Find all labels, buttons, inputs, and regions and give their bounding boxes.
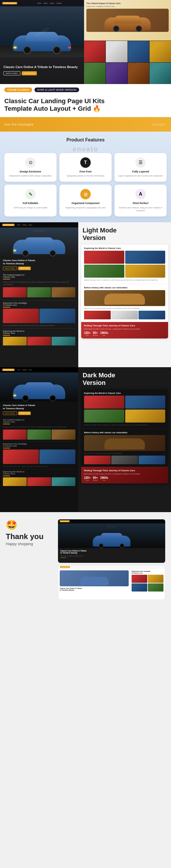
thumb-6 (106, 63, 127, 84)
feature-card-organized-component: ⊞ Organized Component Organizing compone… (59, 185, 112, 216)
organized-component-desc: Organizing component, typography and col… (62, 206, 109, 209)
hero-right-desc: Explore the nostalgia of Classic Cars (86, 5, 169, 7)
dark-mode-label: Dark ModeVersion (83, 372, 167, 387)
hero-right-title: The Cultural Impact of Classic Cars (86, 2, 169, 4)
strip-watermark: envato (152, 122, 165, 127)
thankyou-emoji: 🤩 (6, 519, 52, 530)
thankyou-preview-light: Coche Clasico Classic Cars Online A Trib… (58, 565, 165, 600)
light-mode-left-panel: Coche Clasico Home Gallery About envato … (0, 222, 78, 367)
dark-mode-right-panel: Dark ModeVersion Exploring the World in … (78, 367, 171, 512)
thankyou-title: Thank you (6, 532, 52, 541)
thankyou-subtitle: Happy shopping (6, 542, 52, 546)
nav-link-gallery[interactable]: Gallery (50, 2, 54, 4)
badge-dark-light: DARK & LIGHT MODE VERSION (34, 88, 79, 92)
nav-link-home[interactable]: Home (37, 2, 41, 4)
page-title: Classic Car Landing Page UI Kits Templat… (4, 97, 167, 113)
thumb-4 (149, 41, 171, 62)
light-mode-right-panel: Light ModeVersion Exploring the World in… (78, 222, 171, 367)
hero-left-panel: Coche Clasico Home About Gallery Contact (0, 0, 84, 84)
full-editable-name: Full Editable (7, 202, 54, 205)
features-watermark: envato (4, 146, 167, 153)
dm-right-section1: Exploring the World in Classic Cars (84, 392, 165, 395)
full-editable-desc: 100% easy to change & customizable (7, 206, 54, 209)
pixel-perfect-icon: A (135, 189, 146, 199)
lm-right-section3: Rolling Through Time Journey of Classic … (84, 324, 165, 327)
organized-component-icon: ⊞ (80, 189, 91, 199)
thumb-3 (128, 41, 149, 62)
lm-right-section1: Exploring the World in Classic Cars (84, 247, 165, 250)
thankyou-section: 🤩 Thank you Happy shopping Coche Clasico… (0, 512, 171, 606)
order-now-button[interactable]: ORDER NOW (22, 71, 37, 75)
dark-mode-section: Coche Clasico Home Gallery About Classic… (0, 367, 171, 512)
feature-card-design-exclusive: ⊙ Design Exclusive Independent crafted m… (4, 153, 57, 182)
badge-coche-clasico: COCHE CLASICO (4, 88, 32, 92)
hero-right-thumbs (84, 41, 171, 84)
fire-icon: 🔥 (93, 105, 101, 112)
badge-row: COCHE CLASICO DARK & LIGHT MODE VERSION (0, 84, 171, 94)
hero-section: Coche Clasico Home About Gallery Contact (0, 0, 171, 84)
features-title: Product Features (4, 137, 167, 143)
thankyou-preview-dark: Coche Clasico envato Classic Cars Online… (58, 519, 165, 563)
nav-logo: Coche Clasico (2, 2, 17, 4)
main-title-block: Classic Car Landing Page UI Kits Templat… (0, 94, 171, 117)
design-exclusive-icon: ⊙ (25, 157, 36, 168)
hero-car-visual: envato (0, 6, 84, 57)
feature-card-free-font: T Free Font Typography based on the free… (59, 153, 112, 182)
features-section: Product Features envato ⊙ Design Exclusi… (0, 131, 171, 222)
dm-right-section3: Rolling Through Time Journey of Classic … (84, 469, 165, 472)
watch-video-button[interactable]: WATCH VIDEO (3, 71, 20, 75)
pixel-perfect-desc: Distance and measure using an even multi… (117, 206, 164, 212)
preview-strip: nce the nostalgia envato (0, 117, 171, 131)
lm-hero-title: Classic Cars Online A Tributeto Timeless… (3, 259, 75, 265)
feature-card-full-editable: ✎ Full Editable 100% easy to change & cu… (4, 185, 57, 216)
hero-right-top: The Cultural Impact of Classic Cars Expl… (84, 0, 171, 40)
nav-link-contact[interactable]: Contact (57, 2, 61, 4)
thumb-2 (106, 41, 127, 62)
fully-layered-desc: Layers organized for each screen and com… (117, 175, 164, 177)
thumb-5 (84, 63, 106, 84)
lm-left-hero-car: envato (0, 227, 78, 256)
light-mode-section: Coche Clasico Home Gallery About envato … (0, 222, 171, 367)
dm-right-section2: Before history with classic car restorat… (84, 431, 165, 434)
features-grid: ⊙ Design Exclusive Independent crafted m… (4, 153, 167, 216)
fully-layered-name: Fully Layered (117, 170, 164, 174)
organized-component-name: Organized Component (62, 202, 109, 205)
thumb-7 (128, 63, 149, 84)
pixel-perfect-name: Pixel Perfect (117, 202, 164, 205)
feature-card-pixel-perfect: A Pixel Perfect Distance and measure usi… (114, 185, 167, 216)
dark-mode-left-panel: Coche Clasico Home Gallery About Classic… (0, 367, 78, 512)
design-exclusive-desc: Independent crafted mobile design compos… (7, 175, 54, 177)
thumb-8 (149, 63, 171, 84)
free-font-icon: T (80, 157, 91, 168)
design-exclusive-name: Design Exclusive (7, 170, 54, 174)
light-mode-label: Light ModeVersion (83, 227, 167, 242)
feature-card-fully-layered: ☰ Fully Layered Layers organized for eac… (114, 153, 167, 182)
full-editable-icon: ✎ (25, 189, 36, 199)
hero-nav: Coche Clasico Home About Gallery Contact (0, 0, 84, 6)
thumb-1 (84, 41, 106, 62)
free-font-desc: Typography based on the free fonts famil… (62, 175, 109, 177)
nav-link-about[interactable]: About (44, 2, 47, 4)
free-font-name: Free Font (62, 170, 109, 174)
lm-right-section2: Before history with classic car restorat… (84, 286, 165, 289)
hero-title: Classic Cars Online A Tribute to Timeles… (3, 65, 81, 69)
hero-text-block: Classic Cars Online A Tribute to Timeles… (3, 65, 81, 75)
strip-text: nce the nostalgia (4, 123, 33, 126)
hero-right-panel: The Cultural Impact of Classic Cars Expl… (84, 0, 171, 84)
fully-layered-icon: ☰ (135, 157, 146, 168)
